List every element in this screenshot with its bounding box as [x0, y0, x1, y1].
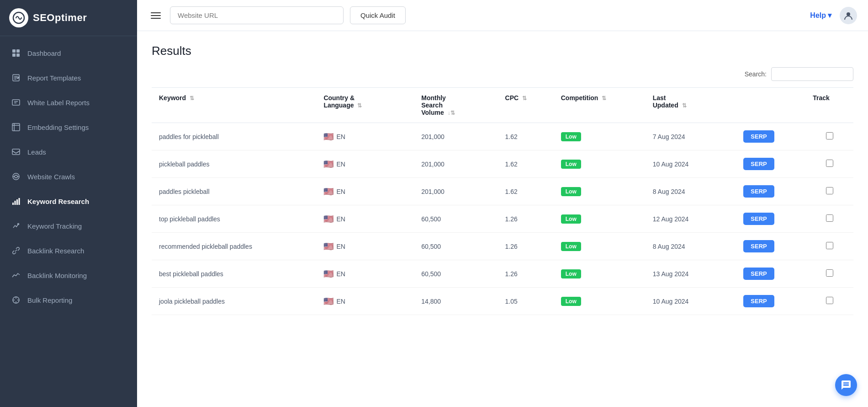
cell-cpc-5: 1.26	[498, 260, 554, 288]
track-checkbox-2[interactable]	[826, 187, 833, 194]
sidebar-item-embedding-settings[interactable]: Embedding Settings	[0, 115, 137, 139]
user-avatar[interactable]	[840, 7, 857, 24]
col-header-country[interactable]: Country &Language ⇅	[316, 88, 414, 123]
cell-track-5	[805, 260, 853, 288]
cell-serp-6: SERP	[736, 288, 805, 315]
competition-badge-6: Low	[561, 297, 581, 306]
svg-rect-16	[19, 198, 20, 205]
nav-label-backlink-monitoring: Backlink Monitoring	[27, 272, 87, 279]
cell-competition-2: Low	[554, 178, 646, 205]
cell-serp-3: SERP	[736, 205, 805, 233]
nav-label-embedding-settings: Embedding Settings	[27, 123, 89, 131]
track-checkbox-0[interactable]	[826, 132, 833, 139]
cell-track-6	[805, 288, 853, 315]
sort-icon-country: ⇅	[357, 102, 362, 109]
language-code-0: EN	[336, 133, 345, 140]
track-checkbox-5[interactable]	[826, 269, 833, 277]
serp-button-2[interactable]: SERP	[743, 185, 774, 198]
cell-updated-0: 7 Aug 2024	[646, 123, 736, 150]
chat-widget[interactable]	[835, 374, 857, 396]
cell-volume-6: 14,800	[414, 288, 498, 315]
competition-badge-2: Low	[561, 187, 581, 196]
nav-icon-backlink-research	[11, 246, 21, 256]
sidebar-item-keyword-research[interactable]: Keyword Research	[0, 189, 137, 214]
col-header-keyword[interactable]: Keyword ⇅	[152, 88, 316, 123]
competition-badge-3: Low	[561, 214, 581, 224]
competition-badge-0: Low	[561, 132, 581, 141]
track-checkbox-3[interactable]	[826, 214, 833, 222]
serp-button-0[interactable]: SERP	[743, 130, 774, 143]
cell-keyword-4: recommended pickleball paddles	[152, 233, 316, 260]
col-header-competition[interactable]: Competition ⇅	[554, 88, 646, 123]
language-code-1: EN	[336, 161, 345, 168]
language-code-5: EN	[336, 270, 345, 278]
nav-label-dashboard: Dashboard	[27, 49, 61, 57]
table-row: paddles for pickleball 🇺🇸 EN 201,000 1.6…	[152, 123, 853, 150]
serp-button-1[interactable]: SERP	[743, 158, 774, 170]
search-input[interactable]	[771, 67, 853, 81]
col-header-volume[interactable]: MonthlySearchVolume ↓⇅	[414, 88, 498, 123]
language-code-6: EN	[336, 298, 345, 305]
track-checkbox-4[interactable]	[826, 242, 833, 249]
language-code-2: EN	[336, 188, 345, 195]
col-header-cpc[interactable]: CPC ⇅	[498, 88, 554, 123]
competition-badge-4: Low	[561, 242, 581, 251]
nav-label-backlink-research: Backlink Research	[27, 247, 84, 255]
sidebar-item-report-templates[interactable]: Report Templates	[0, 65, 137, 90]
competition-badge-1: Low	[561, 160, 581, 169]
logo-text: SEOptimer	[33, 12, 87, 24]
sidebar-item-bulk-reporting[interactable]: Bulk Reporting	[0, 288, 137, 312]
hamburger-button[interactable]	[148, 10, 164, 21]
sidebar-item-website-crawls[interactable]: Website Crawls	[0, 164, 137, 189]
cell-updated-3: 12 Aug 2024	[646, 205, 736, 233]
cell-track-4	[805, 233, 853, 260]
cell-keyword-3: top pickleball paddles	[152, 205, 316, 233]
table-row: joola pickleball paddles 🇺🇸 EN 14,800 1.…	[152, 288, 853, 315]
table-row: recommended pickleball paddles 🇺🇸 EN 60,…	[152, 233, 853, 260]
cell-country-1: 🇺🇸 EN	[316, 150, 414, 178]
nav-icon-leads	[11, 147, 21, 157]
sidebar-item-keyword-tracking[interactable]: Keyword Tracking	[0, 214, 137, 238]
cell-competition-6: Low	[554, 288, 646, 315]
nav-label-keyword-tracking: Keyword Tracking	[27, 222, 82, 230]
cell-serp-5: SERP	[736, 260, 805, 288]
cell-volume-1: 201,000	[414, 150, 498, 178]
nav-icon-website-crawls	[11, 171, 21, 182]
serp-button-3[interactable]: SERP	[743, 213, 774, 225]
main-area: Quick Audit Help ▾ Results Search:	[137, 0, 868, 407]
cell-country-6: 🇺🇸 EN	[316, 288, 414, 315]
quick-audit-button[interactable]: Quick Audit	[350, 6, 406, 24]
url-input[interactable]	[170, 6, 344, 24]
serp-button-6[interactable]: SERP	[743, 295, 774, 307]
flag-icon-6: 🇺🇸	[323, 296, 333, 306]
col-header-serp	[736, 88, 805, 123]
help-button[interactable]: Help ▾	[810, 11, 831, 20]
sidebar-item-backlink-monitoring[interactable]: Backlink Monitoring	[0, 263, 137, 288]
competition-badge-5: Low	[561, 269, 581, 278]
svg-rect-13	[12, 203, 14, 205]
cell-cpc-3: 1.26	[498, 205, 554, 233]
sidebar-item-dashboard[interactable]: Dashboard	[0, 41, 137, 65]
flag-icon-3: 🇺🇸	[323, 214, 333, 224]
header: Quick Audit Help ▾	[137, 0, 868, 31]
cell-competition-3: Low	[554, 205, 646, 233]
sidebar-item-white-label-reports[interactable]: White Label Reports	[0, 90, 137, 115]
sidebar-item-backlink-research[interactable]: Backlink Research	[0, 238, 137, 263]
serp-button-4[interactable]: SERP	[743, 240, 774, 252]
search-label: Search:	[745, 70, 767, 78]
nav-icon-keyword-research	[11, 196, 21, 206]
sidebar-logo: SEOptimer	[0, 0, 137, 36]
nav-label-bulk-reporting: Bulk Reporting	[27, 296, 72, 304]
serp-button-5[interactable]: SERP	[743, 268, 774, 280]
track-checkbox-6[interactable]	[826, 297, 833, 304]
sidebar-item-leads[interactable]: Leads	[0, 139, 137, 164]
cell-serp-2: SERP	[736, 178, 805, 205]
table-body: paddles for pickleball 🇺🇸 EN 201,000 1.6…	[152, 123, 853, 315]
cell-updated-1: 10 Aug 2024	[646, 150, 736, 178]
language-code-3: EN	[336, 215, 345, 223]
cell-cpc-2: 1.62	[498, 178, 554, 205]
cell-cpc-0: 1.62	[498, 123, 554, 150]
cell-track-0	[805, 123, 853, 150]
track-checkbox-1[interactable]	[826, 160, 833, 167]
col-header-updated[interactable]: LastUpdated ⇅	[646, 88, 736, 123]
